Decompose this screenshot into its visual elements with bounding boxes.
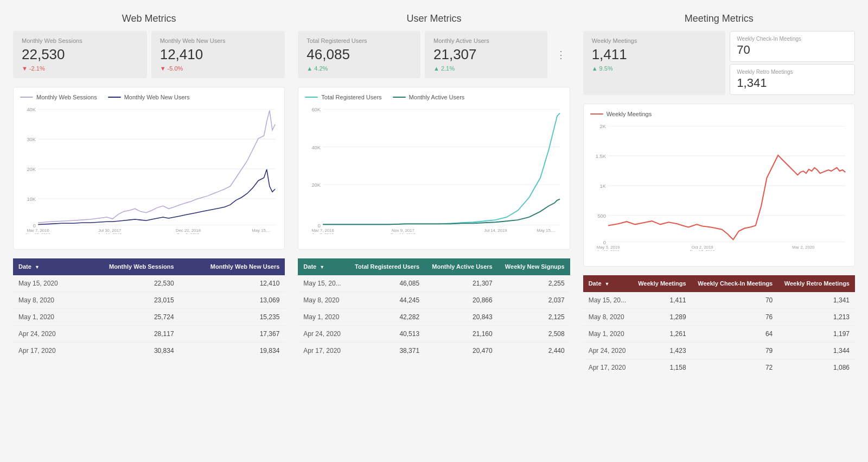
meeting-sub-cards: Weekly Check-In Meetings 70 Weekly Retro… <box>730 31 855 95</box>
table-row: May 1, 202025,72415,235 <box>13 308 285 325</box>
user-legend-active-line <box>393 97 406 98</box>
date-cell: May 1, 2020 <box>298 308 347 325</box>
user-chart: Total Registered Users Monthly Active Us… <box>298 87 570 250</box>
value-cell: 13,069 <box>180 292 285 308</box>
user-col-registered: Total Registered Users <box>348 258 425 275</box>
value-cell: 1,213 <box>778 308 855 325</box>
user-more-button[interactable]: ⋮ <box>552 31 570 78</box>
web-sessions-card: Monthly Web Sessions 22,530 ▼ -2.1% <box>13 31 147 78</box>
user-col-date[interactable]: Date ▼ <box>298 258 347 275</box>
web-legend-new-users-label: Monthly Web New Users <box>124 94 190 100</box>
value-cell: 38,371 <box>348 342 425 359</box>
total-registered-label: Total Registered Users <box>307 37 412 44</box>
user-data-table: Date ▼ Total Registered Users Monthly Ac… <box>298 258 570 359</box>
svg-text:20K: 20K <box>27 167 36 172</box>
meeting-col-weekly: Weekly Meetings <box>632 275 692 292</box>
web-legend-sessions-line <box>20 97 33 98</box>
user-chart-legend: Total Registered Users Monthly Active Us… <box>305 94 563 100</box>
svg-text:Jan 7, 2017: Jan 7, 2017 <box>312 232 334 234</box>
svg-text:10K: 10K <box>27 197 36 202</box>
total-registered-change: ▲ 4.2% <box>307 65 412 72</box>
web-sessions-label: Monthly Web Sessions <box>22 37 138 44</box>
user-chart-svg: 60K 40K 20K 0 Mar 7, 2016 Jan 7, 2017 <box>305 105 563 234</box>
meeting-legend-weekly-label: Weekly Meetings <box>607 111 652 117</box>
table-row: Apr 24, 20201,423791,344 <box>583 342 855 359</box>
value-cell: 64 <box>692 325 778 342</box>
svg-text:500: 500 <box>597 213 606 219</box>
web-metrics-section: Web Metrics Monthly Web Sessions 22,530 … <box>13 13 285 376</box>
table-row: Apr 17, 202030,83419,834 <box>13 342 285 359</box>
svg-text:40K: 40K <box>312 145 321 150</box>
web-chart: Monthly Web Sessions Monthly Web New Use… <box>13 87 285 250</box>
value-cell: 1,341 <box>778 292 855 309</box>
table-row: Apr 17, 202038,37120,4702,440 <box>298 342 570 359</box>
table-row: May 8, 20201,289761,213 <box>583 308 855 325</box>
table-row: May 8, 202044,24520,8662,037 <box>298 292 570 308</box>
table-row: Apr 24, 202028,11717,367 <box>13 325 285 342</box>
dashboard: Web Metrics Monthly Web Sessions 22,530 … <box>13 13 855 376</box>
value-cell: 22,530 <box>79 275 179 292</box>
web-new-users-card: Monthly Web New Users 12,410 ▼ -5.0% <box>151 31 285 78</box>
web-legend-new-users-line <box>108 97 121 98</box>
web-col-date[interactable]: Date ▼ <box>13 258 79 275</box>
svg-text:Jul 14, 2019: Jul 14, 2019 <box>484 228 507 233</box>
value-cell: 21,307 <box>425 275 498 292</box>
value-cell: 1,197 <box>778 325 855 342</box>
web-section-title: Web Metrics <box>13 13 285 24</box>
value-cell: 2,125 <box>498 308 570 325</box>
meeting-metrics-row: Weekly Meetings 1,411 ▲ 9.5% Weekly Chec… <box>583 31 855 95</box>
table-row: May 15, 20...1,411701,341 <box>583 292 855 309</box>
value-cell: 1,411 <box>632 292 692 309</box>
date-cell: Apr 24, 2020 <box>583 342 632 359</box>
meeting-col-date[interactable]: Date ▼ <box>583 275 632 292</box>
web-col-new-users: Monthly Web New Users <box>180 258 285 275</box>
web-legend-sessions: Monthly Web Sessions <box>20 94 97 100</box>
web-chart-legend: Monthly Web Sessions Monthly Web New Use… <box>20 94 278 100</box>
svg-text:30K: 30K <box>27 137 36 142</box>
svg-text:60K: 60K <box>312 107 321 112</box>
value-cell: 28,117 <box>79 325 179 342</box>
monthly-active-label: Monthly Active Users <box>433 37 539 44</box>
value-cell: 2,255 <box>498 275 570 292</box>
meeting-col-checkin: Weekly Check-In Meetings <box>692 275 778 292</box>
value-cell: 2,440 <box>498 342 570 359</box>
svg-text:1.5K: 1.5K <box>595 154 606 159</box>
value-cell: 76 <box>692 308 778 325</box>
value-cell: 12,410 <box>180 275 285 292</box>
user-col-active: Monthly Active Users <box>425 258 498 275</box>
user-col-signups: Weekly New Signups <box>498 258 570 275</box>
value-cell: 23,015 <box>79 292 179 308</box>
svg-text:Sep 11, 2018: Sep 11, 2018 <box>391 232 416 234</box>
weekly-retro-label: Weekly Retro Meetings <box>737 69 848 75</box>
date-cell: May 1, 2020 <box>13 308 79 325</box>
user-metrics-row: Total Registered Users 46,085 ▲ 4.2% Mon… <box>298 31 570 78</box>
value-cell: 20,866 <box>425 292 498 308</box>
weekly-meetings-value: 1,411 <box>592 46 717 63</box>
date-cell: Apr 17, 2020 <box>298 342 347 359</box>
meeting-section-title: Meeting Metrics <box>583 13 855 24</box>
value-cell: 44,245 <box>348 292 425 308</box>
total-registered-value: 46,085 <box>307 46 412 63</box>
weekly-checkin-label: Weekly Check-In Meetings <box>737 36 848 42</box>
value-cell: 2,508 <box>498 325 570 342</box>
total-registered-card: Total Registered Users 46,085 ▲ 4.2% <box>298 31 420 78</box>
value-cell: 20,470 <box>425 342 498 359</box>
meeting-legend-weekly-line <box>590 113 603 115</box>
value-cell: 1,261 <box>632 325 692 342</box>
value-cell: 19,834 <box>180 342 285 359</box>
date-cell: May 8, 2020 <box>298 292 347 308</box>
value-cell: 2,037 <box>498 292 570 308</box>
weekly-meetings-change: ▲ 9.5% <box>592 65 717 72</box>
web-new-users-change: ▼ -5.0% <box>160 65 277 72</box>
date-cell: May 8, 2020 <box>13 292 79 308</box>
date-cell: Apr 17, 2020 <box>13 342 79 359</box>
web-sessions-change: ▼ -2.1% <box>22 65 138 72</box>
meeting-legend-weekly: Weekly Meetings <box>590 111 652 117</box>
web-metrics-row: Monthly Web Sessions 22,530 ▼ -2.1% Mont… <box>13 31 285 78</box>
web-legend-sessions-label: Monthly Web Sessions <box>36 94 97 100</box>
svg-text:Jul 18, 2019: Jul 18, 2019 <box>597 249 620 251</box>
meeting-metrics-section: Meeting Metrics Weekly Meetings 1,411 ▲ … <box>583 13 855 376</box>
user-metrics-section: User Metrics Total Registered Users 46,0… <box>298 13 570 376</box>
meeting-chart-legend: Weekly Meetings <box>590 111 848 117</box>
value-cell: 70 <box>692 292 778 309</box>
